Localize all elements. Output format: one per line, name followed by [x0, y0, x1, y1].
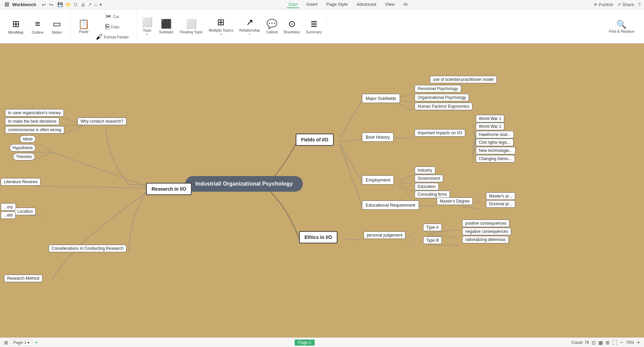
multiple-topics-btn[interactable]: ⊞ Multiple Topics — [206, 16, 236, 37]
fit-icon[interactable]: ⊡ — [592, 340, 596, 345]
outline-label: Outline — [32, 30, 43, 34]
ww1-node[interactable]: World War 1 — [476, 115, 504, 122]
government-node[interactable]: Government — [415, 175, 443, 182]
slides-view-btn[interactable]: ▭ Slides — [48, 17, 65, 36]
ww2-node[interactable]: World War 2 — [476, 123, 504, 130]
new-btn[interactable]: 🗋 — [74, 2, 78, 7]
redo-btn[interactable]: ↪ — [49, 2, 53, 8]
best-decisions-node[interactable]: to make the best decisions — [5, 118, 59, 125]
page-tab[interactable]: Page-1 — [295, 340, 315, 346]
type-b-node[interactable]: Type B — [423, 237, 442, 244]
add-page-btn[interactable]: + — [35, 340, 38, 346]
summary-btn[interactable]: ≣ Summary — [303, 17, 325, 35]
why-conduct-node[interactable]: Why conduct research? — [77, 118, 126, 125]
nav-view[interactable]: View — [384, 1, 396, 8]
ideas-node[interactable]: Ideas — [20, 135, 36, 143]
svg-line-35 — [29, 215, 44, 216]
ethics-node[interactable]: Ethics in I/O — [299, 231, 337, 243]
copy-label: Copy — [111, 25, 120, 29]
share-btn[interactable]: ↗ Share — [617, 2, 634, 7]
masters-degree-node[interactable]: Master's Degree — [437, 197, 473, 205]
zoom-in-btn[interactable]: + — [637, 340, 640, 346]
export-btn[interactable]: ↗ — [88, 2, 92, 7]
nav-ai[interactable]: AI — [402, 1, 409, 8]
type-a-node[interactable]: Type A — [423, 224, 442, 231]
major-subfields-node[interactable]: Major Subfields — [362, 94, 400, 103]
commonsense-node[interactable]: commonsense is often wrong — [5, 126, 64, 134]
layout-icon1[interactable]: ▦ — [598, 340, 603, 345]
nav-insert[interactable]: Insert — [305, 1, 319, 8]
edu-req-node[interactable]: Educational Requirement — [362, 201, 419, 210]
consulting-node[interactable]: Consulting firms — [415, 191, 450, 198]
undo-btn[interactable]: ↩ — [42, 2, 46, 8]
page-selector[interactable]: Page-1 ▾ — [11, 340, 32, 346]
grid-icon[interactable]: ⊞ — [4, 340, 8, 345]
floating-topic-label: Floating Topic — [180, 30, 203, 34]
cut-icon: ✂ — [106, 13, 111, 20]
fields-node[interactable]: Fields of I/O — [296, 134, 334, 146]
layout-icon2[interactable]: ⊞ — [606, 340, 610, 345]
neg-conseq-node[interactable]: negative consequences — [462, 228, 511, 235]
history-partial-node[interactable]: ...ory — [1, 203, 16, 211]
cut-btn[interactable]: ✂ Cut — [93, 12, 132, 21]
lit-reviews-node[interactable]: Literature Reviews — [1, 178, 40, 186]
important-impacts-node[interactable]: Important impacts on I/O — [415, 129, 465, 137]
outline-view-btn[interactable]: ≡ Outline — [28, 17, 47, 36]
hypothesis-node[interactable]: Hypothesis — [10, 144, 36, 152]
svg-line-30 — [61, 126, 83, 135]
format-painter-btn[interactable]: 🖌 Format Painter — [93, 32, 132, 41]
hawthorne-node[interactable]: Hawthorne stud... — [476, 131, 514, 138]
open-btn[interactable]: 📁 — [66, 2, 71, 7]
employment-node[interactable]: Employment — [362, 175, 394, 185]
callout-btn[interactable]: 💬 Callout — [263, 17, 280, 35]
pos-conseq-node[interactable]: positive consequences — [462, 220, 509, 227]
find-replace-btn[interactable]: 🔍 Find & Replace — [605, 18, 639, 35]
theories-node[interactable]: Theories — [13, 153, 35, 160]
help-btn[interactable]: ? — [638, 2, 641, 7]
topic-btn[interactable]: ⬜ Topic — [139, 16, 156, 37]
central-node[interactable]: Industrial/ Organizational Psychology — [185, 176, 303, 192]
personal-judgement-node[interactable]: personal judgement — [364, 231, 405, 239]
subtopic-btn[interactable]: ⬛ Subtopic — [156, 17, 176, 35]
copy-btn[interactable]: ⎘ Copy — [93, 22, 132, 31]
use-scientist-node[interactable]: use of scientist-practitioner model — [430, 76, 497, 83]
multiple-topics-label: Multiple Topics — [209, 28, 233, 32]
zoom-level[interactable]: 75% — [626, 340, 634, 345]
paste-btn[interactable]: 📋 Paste — [75, 18, 92, 35]
org-psych-node[interactable]: Organizational Psychology — [415, 94, 469, 101]
svg-line-1 — [340, 139, 362, 142]
more-btn[interactable]: ▾ — [100, 2, 102, 7]
save-money-node[interactable]: to save organization's money — [5, 109, 64, 117]
publish-btn[interactable]: ✈ Publish — [594, 2, 613, 7]
location-node[interactable]: Location — [14, 208, 36, 215]
nav-advanced[interactable]: Advanced — [355, 1, 378, 8]
svg-line-2 — [340, 144, 362, 181]
education-node[interactable]: Education — [415, 183, 439, 190]
rationalizing-node[interactable]: rationalizing dilemmas — [462, 236, 509, 243]
changing-demo-node[interactable]: Changing Demo... — [476, 155, 515, 162]
print-btn[interactable]: 🖨 — [81, 2, 85, 7]
industry-node[interactable]: Industry — [415, 167, 435, 174]
human-factors-node[interactable]: Human Factors/ Ergonomics — [415, 103, 472, 110]
research-node[interactable]: Research in I/O — [146, 183, 192, 195]
home-btn[interactable]: ⌂ — [94, 2, 97, 7]
save-btn[interactable]: 💾 — [57, 2, 63, 7]
civil-rights-node[interactable]: Civil rights legis... — [476, 139, 514, 146]
nav-page-style[interactable]: Page Style — [325, 1, 349, 8]
personnel-psych-node[interactable]: Personnel Psychology — [415, 85, 461, 92]
field-partial-node[interactable]: ...eld — [1, 211, 16, 219]
mindmap-view-btn[interactable]: ⊞ MindMap — [5, 17, 27, 36]
nav-start[interactable]: Start — [287, 1, 299, 8]
boundary-btn[interactable]: ⊙ Boundary — [281, 17, 302, 35]
canvas[interactable]: Industrial/ Organizational Psychology Fi… — [0, 44, 644, 337]
zoom-out-btn[interactable]: − — [620, 340, 623, 346]
new-tech-node[interactable]: New technologie... — [476, 147, 516, 154]
masters-pr-node[interactable]: Master's pr... — [486, 192, 515, 200]
relationship-btn[interactable]: ↗ Relationship — [237, 16, 263, 37]
floating-topic-btn[interactable]: ⬜ Floating Topic — [177, 17, 206, 35]
research-method-node[interactable]: Research Method — [4, 275, 42, 282]
doctoral-pr-node[interactable]: Doctoral pr... — [486, 200, 515, 208]
considerations-node[interactable]: Considerations in Conducting Research — [49, 245, 126, 252]
fullscreen-icon[interactable]: ⛶ — [612, 340, 617, 345]
brief-history-node[interactable]: Brief History — [362, 133, 394, 142]
